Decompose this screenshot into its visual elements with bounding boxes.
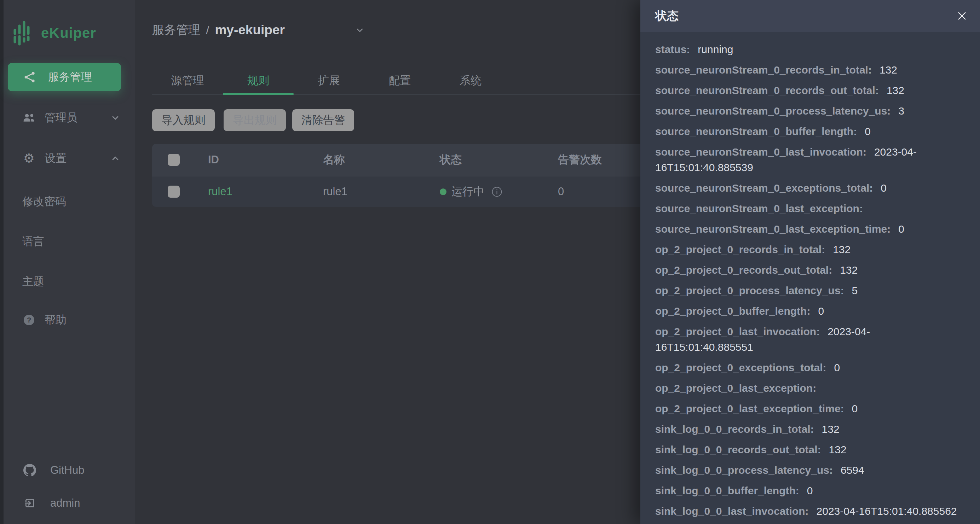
row-checkbox[interactable]: [168, 186, 180, 198]
status-entry-key: op_2_project_0_buffer_length:: [655, 305, 810, 317]
select-all-checkbox[interactable]: [168, 154, 180, 166]
drawer-title: 状态: [655, 8, 679, 24]
sidebar-subitem[interactable]: 主题: [22, 261, 66, 301]
chevron-down-icon: [110, 113, 120, 123]
status-entry-key: sink_log_0_0_records_in_total:: [655, 423, 814, 435]
info-icon[interactable]: [492, 186, 503, 197]
status-entry: source_neuronStream_0_records_out_total:…: [655, 83, 966, 98]
svg-text:?: ?: [27, 316, 31, 324]
status-entry-value: 0: [852, 403, 858, 414]
ekuiper-logo-icon: [13, 19, 30, 46]
status-entry: sink_log_0_0_records_in_total:132: [655, 421, 966, 437]
status-entry-key: op_2_project_0_process_latency_us:: [655, 285, 844, 296]
sidebar: eKuiper 服务管理 管理员: [0, 0, 135, 524]
status-entry-value: 0: [834, 362, 840, 373]
share-icon: [23, 71, 36, 83]
status-entry: sink_log_0_0_records_out_total:132: [655, 442, 966, 457]
status-entry-key: op_2_project_0_exceptions_total:: [655, 362, 826, 373]
status-entry-key: source_neuronStream_0_records_in_total:: [655, 64, 872, 76]
status-entry: source_neuronStream_0_records_in_total:1…: [655, 62, 966, 78]
status-entry-value: 132: [840, 264, 858, 276]
status-entry-key: source_neuronStream_0_process_latency_us…: [655, 105, 891, 117]
status-entry-key: op_2_project_0_records_out_total:: [655, 264, 832, 276]
tab[interactable]: 源管理: [152, 67, 223, 94]
status-entry-value: 0: [898, 223, 904, 235]
rule-name: rule1: [323, 185, 347, 198]
import-rules-button[interactable]: 导入规则: [152, 109, 215, 131]
status-entry-value: 0: [807, 485, 813, 496]
sidebar-item-github[interactable]: GitHub: [0, 460, 135, 481]
sidebar-item-label: 管理员: [45, 110, 78, 125]
drawer-header: 状态: [640, 0, 980, 32]
sidebar-item-service-management[interactable]: 服务管理: [8, 63, 121, 91]
status-dot: [440, 189, 447, 195]
sidebar-item-logout[interactable]: admin: [0, 492, 135, 514]
logout-icon: [23, 497, 36, 509]
status-entry-value: 0: [818, 305, 824, 317]
status-entry-value: 3: [898, 105, 904, 117]
status-entry: source_neuronStream_0_last_exception_tim…: [655, 221, 966, 237]
status-entry-value: 132: [886, 84, 904, 96]
brand-logo: eKuiper: [13, 19, 96, 46]
status-entry-key: source_neuronStream_0_last_invocation:: [655, 146, 866, 158]
question-circle-icon: ?: [23, 314, 35, 326]
tab[interactable]: 系统: [435, 67, 506, 94]
status-entry-key: op_2_project_0_last_exception_time:: [655, 403, 844, 414]
brand-name: eKuiper: [41, 25, 96, 41]
sidebar-item-help[interactable]: ? 帮助: [0, 310, 135, 330]
github-link-label: GitHub: [50, 464, 84, 476]
breadcrumb: 服务管理 / my-ekuiper: [152, 22, 365, 38]
column-header-id: ID: [208, 154, 219, 166]
status-entry-value: 132: [822, 423, 840, 435]
close-icon[interactable]: [956, 10, 968, 22]
sidebar-edge-strip: [0, 0, 3, 524]
export-rules-button[interactable]: 导出规则: [224, 109, 286, 131]
instance-selector[interactable]: my-ekuiper: [215, 23, 285, 38]
status-entry: source_neuronStream_0_exceptions_total:0: [655, 180, 966, 196]
status-entry-key: sink_log_0_0_last_invocation:: [655, 505, 809, 517]
status-entry-value: running: [698, 43, 733, 55]
rule-alarm-count: 0: [558, 185, 564, 198]
status-entry-key: source_neuronStream_0_records_out_total:: [655, 84, 879, 96]
drawer-body: status:running source_neuronStream_0_rec…: [640, 32, 980, 524]
status-entry-key: sink_log_0_0_process_latency_us:: [655, 464, 833, 476]
status-entry-value: 5: [852, 285, 858, 296]
sidebar-item-settings-group[interactable]: ⚙ 设置: [0, 148, 135, 169]
column-header-status: 状态: [440, 152, 462, 167]
status-entry-value: 132: [880, 64, 897, 76]
chevron-down-icon[interactable]: [355, 25, 365, 35]
column-header-alarm-count: 告警次数: [558, 152, 602, 167]
status-entry-value: 132: [829, 444, 846, 456]
rule-id-link[interactable]: rule1: [208, 185, 232, 198]
status-entry-key: op_2_project_0_last_exception:: [655, 382, 816, 394]
tab[interactable]: 规则: [223, 67, 294, 94]
tab[interactable]: 扩展: [294, 67, 364, 94]
breadcrumb-separator: /: [206, 23, 209, 37]
tab[interactable]: 配置: [364, 67, 435, 94]
sidebar-subitem[interactable]: 语言: [22, 221, 66, 261]
status-entry-value: 0: [881, 182, 886, 194]
status-entry-key: status:: [655, 43, 690, 55]
status-entry: source_neuronStream_0_buffer_length:0: [655, 124, 966, 139]
settings-submenu: 修改密码 语言 主题: [22, 181, 66, 301]
chevron-up-icon: [110, 154, 120, 164]
status-entry-value: 0: [865, 125, 871, 137]
app-window: eKuiper 服务管理 管理员: [0, 0, 980, 524]
status-entry: sink_log_0_0_last_invocation:2023-04-16T…: [655, 503, 966, 519]
status-entry-value: 6594: [841, 464, 864, 476]
status-entry-key: sink_log_0_0_records_out_total:: [655, 444, 821, 456]
status-entry: op_2_project_0_last_invocation:2023-04-1…: [655, 324, 966, 355]
status-entry-key: source_neuronStream_0_last_exception:: [655, 203, 863, 214]
rule-status: 运行中: [440, 184, 503, 199]
status-entry: op_2_project_0_exceptions_total:0: [655, 360, 966, 375]
status-entry: op_2_project_0_process_latency_us:5: [655, 283, 966, 299]
sidebar-subitem[interactable]: 修改密码: [22, 181, 66, 221]
column-header-name: 名称: [323, 152, 345, 167]
status-entry-key: op_2_project_0_records_in_total:: [655, 244, 825, 255]
clear-alarms-button[interactable]: 清除告警: [292, 109, 354, 131]
status-entry-key: source_neuronStream_0_exceptions_total:: [655, 182, 873, 194]
status-entry-key: source_neuronStream_0_last_exception_tim…: [655, 223, 891, 235]
sidebar-item-admin-group[interactable]: 管理员: [0, 107, 135, 129]
status-entry: op_2_project_0_records_out_total:132: [655, 262, 966, 278]
status-entry-value: 2023-04-16T15:01:40.885562: [816, 505, 957, 517]
